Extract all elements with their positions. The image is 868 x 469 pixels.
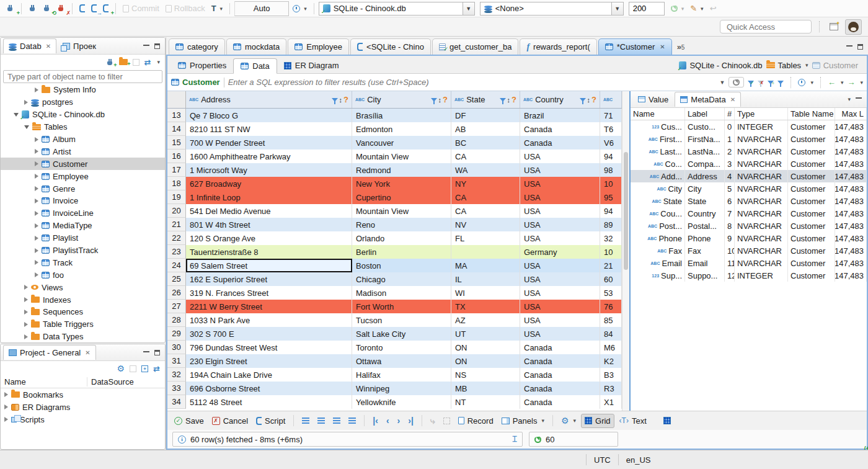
chevron-right-icon[interactable] [35, 272, 38, 277]
cell-city[interactable]: Madison [352, 286, 451, 300]
cell-state[interactable]: WI [451, 286, 520, 300]
column-filter-icon[interactable] [431, 98, 437, 102]
commit-mode-combo[interactable]: Auto [234, 1, 289, 16]
link-editor-icon[interactable]: ⇄ [144, 58, 151, 67]
cell-city[interactable]: Vancouver [352, 136, 451, 150]
cell-state[interactable]: CA [451, 190, 520, 204]
row-number[interactable]: 16 [167, 150, 186, 163]
table-row[interactable]: 32194A Chain Lake DriveHalifaxNSCanadaB3 [167, 368, 622, 382]
cell-postalcode[interactable]: 71 [600, 109, 622, 122]
column-filter-icon[interactable] [500, 98, 506, 102]
cell-postalcode[interactable]: M6 [600, 341, 622, 354]
cell-city[interactable]: Berlin [352, 245, 451, 259]
link-editor-icon[interactable]: ⇄ [153, 364, 160, 373]
remove-filter-icon[interactable]: ✗ [758, 81, 764, 84]
cell-city[interactable]: Orlando [352, 231, 451, 245]
view-menu-icon[interactable]: ▾ [157, 59, 160, 65]
row-number[interactable]: 27 [167, 300, 186, 313]
cell-address[interactable]: 541 Del Medio Avenue [186, 204, 352, 218]
chevron-right-icon[interactable] [35, 248, 38, 253]
cell-country[interactable]: USA [520, 300, 600, 313]
delete-row-button[interactable]: − [345, 416, 359, 426]
tree-item-indexes[interactable]: Indexes [1, 293, 165, 306]
cell-address[interactable]: 230 Elgin Street [186, 354, 352, 368]
expand-all-icon[interactable]: + [141, 365, 148, 372]
last-row-button[interactable]: ›| [405, 414, 417, 427]
cell-country[interactable]: Canada [520, 122, 600, 136]
cell-state[interactable]: NV [451, 218, 520, 231]
cell-address[interactable]: Qe 7 Bloco G [186, 109, 352, 122]
row-number[interactable]: 23 [167, 245, 186, 259]
tree-item-system-info[interactable]: System Info [1, 84, 165, 96]
table-row[interactable]: 191 Infinite LoopCupertinoCAUSA95 [167, 190, 622, 204]
table-row[interactable]: 29302 S 700 ESalt Lake CityUTUSA84 [167, 327, 622, 341]
table-row[interactable]: 345112 48 StreetYellowknifeNTCanadaX1 [167, 395, 622, 409]
grid-view-button[interactable]: Grid [581, 414, 614, 428]
tree-item-mediatype[interactable]: MediaType [1, 220, 165, 232]
cell-postalcode[interactable]: T6 [600, 122, 622, 136]
filter-history-icon[interactable]: ▼ [719, 79, 725, 86]
cell-state[interactable]: IL [451, 272, 520, 286]
column-header-state[interactable]: ABCState↕? [451, 91, 520, 108]
cell-postalcode[interactable]: 21 [600, 259, 622, 272]
row-number[interactable]: 28 [167, 313, 186, 327]
row-number[interactable]: 30 [167, 341, 186, 354]
chevron-down-icon[interactable] [24, 125, 29, 129]
row-number[interactable]: 26 [167, 286, 186, 300]
cell-address[interactable]: 5112 48 Street [186, 395, 352, 409]
cell-postalcode[interactable]: K2 [600, 354, 622, 368]
chevron-right-icon[interactable] [35, 199, 38, 203]
cell-address[interactable]: 696 Osborne Street [186, 382, 352, 395]
breadcrumb-tables[interactable]: Tables▾ [766, 61, 808, 70]
new-connection-button[interactable]: + [4, 2, 17, 14]
tree-item-playlisttrack[interactable]: PlaylistTrack [1, 244, 165, 257]
add-row-button[interactable]: + [314, 416, 328, 426]
chevron-right-icon[interactable] [35, 149, 38, 154]
cell-country[interactable]: USA [520, 313, 600, 327]
tree-item-data-types[interactable]: Data Types [1, 331, 165, 342]
table-row[interactable]: 26319 N. Frances StreetMadisonWIUSA53 [167, 286, 622, 300]
rollback-button[interactable]: Rollback [163, 2, 208, 15]
transaction-log-button[interactable]: ▾ [290, 3, 309, 14]
tree-item-invoice[interactable]: Invoice [1, 195, 165, 207]
custom-filter-icon[interactable] [777, 81, 784, 84]
new-folder-icon[interactable]: + [119, 59, 128, 65]
cell-country[interactable]: Canada [520, 341, 600, 354]
metadata-row[interactable]: ABCStateState6NVARCHARCustomer2,147,483 [631, 195, 867, 207]
chevron-right-icon[interactable] [4, 417, 8, 422]
chevron-right-icon[interactable] [35, 260, 38, 265]
cell-state[interactable]: NY [451, 177, 520, 190]
column-sort-icon[interactable]: ↕ [339, 96, 343, 104]
tree-item-artist[interactable]: Artist [1, 145, 165, 158]
dbeaver-perspective-button[interactable] [845, 19, 862, 35]
chevron-right-icon[interactable] [35, 87, 38, 92]
cell-city[interactable]: Mountain View [352, 150, 451, 163]
chevron-right-icon[interactable] [4, 392, 8, 397]
tree-item-invoiceline[interactable]: InvoiceLine [1, 207, 165, 220]
cell-city[interactable]: Toronto [352, 341, 451, 354]
cell-country[interactable]: USA [520, 259, 600, 272]
tab-metadata[interactable]: MetaData✕ [675, 92, 741, 107]
tree-item-sequences[interactable]: Sequences [1, 306, 165, 318]
cell-city[interactable]: Ottawa [352, 354, 451, 368]
new-connection-icon[interactable]: + [106, 58, 114, 66]
active-connection-combo[interactable]: SQLite - Chinook.db ▼ [319, 2, 475, 16]
metadata-row[interactable]: ABCEmailEmail11NVARCHARCustomer2,147,483 [631, 257, 867, 269]
apply-filter-icon[interactable]: ✓ [748, 81, 754, 84]
chevron-right-icon[interactable] [35, 211, 38, 216]
column-header-address[interactable]: ABCAddress↕? [186, 91, 352, 108]
table-row[interactable]: 31230 Elgin StreetOttawaONCanadaK2 [167, 354, 622, 368]
tree-item-album[interactable]: Album [1, 133, 165, 146]
table-row[interactable]: 2469 Salem StreetBostonMAUSA21 [167, 259, 622, 272]
chevron-right-icon[interactable] [24, 334, 28, 339]
project-item-bookmarks[interactable]: Bookmarks [1, 388, 165, 401]
cell-country[interactable]: USA [520, 231, 600, 245]
cell-postalcode[interactable]: X1 [600, 395, 622, 409]
metadata-row[interactable]: ABCPhonePhone9NVARCHARCustomer2,147,483 [631, 232, 867, 244]
table-row[interactable]: 281033 N Park AveTucsonAZUSA85 [167, 313, 622, 327]
row-number[interactable]: 14 [167, 122, 186, 136]
script-button[interactable]: Script [253, 414, 288, 427]
table-row[interactable]: 171 Microsoft WayRedmondWAUSA98 [167, 163, 622, 177]
cell-country[interactable]: Canada [520, 395, 600, 409]
cell-postalcode[interactable]: 32 [600, 231, 622, 245]
